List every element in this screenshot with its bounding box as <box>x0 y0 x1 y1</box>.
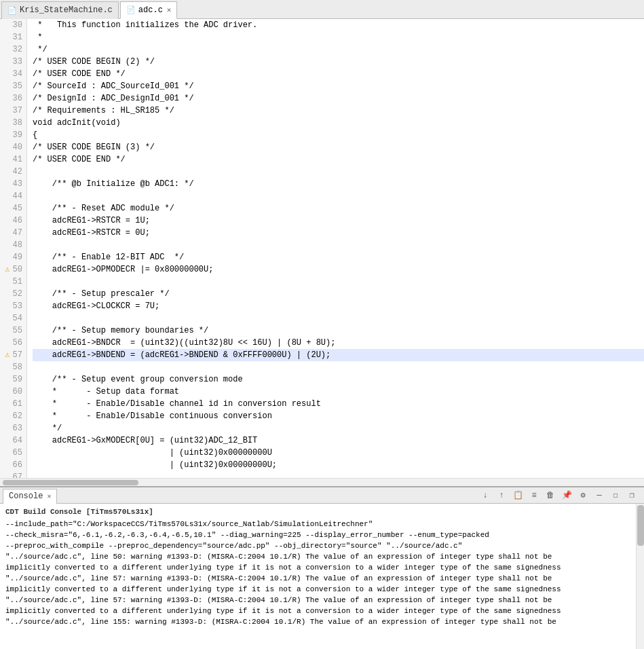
code-line-58 <box>33 361 644 373</box>
console-clear-btn[interactable]: 🗑 <box>544 489 557 502</box>
line-number-61: 61 <box>4 398 22 410</box>
code-line-55: /** - Setup memory boundaries */ <box>33 324 644 337</box>
code-line-43: /** @b Initialize @b ADC1: */ <box>33 178 644 190</box>
console-line-1: --check_misra="6,-6.1,-6.2,-6.3,-6.4,-6.… <box>5 530 639 540</box>
code-line-39: { <box>33 129 644 141</box>
code-line-59: /** - Setup event group conversion mode <box>33 373 644 386</box>
code-line-40: /* USER CODE BEGIN (3) */ <box>33 141 644 153</box>
tab-kris-label: Kris_StateMachine.c <box>20 5 113 15</box>
console-maximize-btn[interactable]: ☐ <box>609 489 622 502</box>
tab-adc-close[interactable]: ✕ <box>167 5 172 14</box>
console-line-0: --include_path="C:/WorkspaceCCS/TiTms570… <box>5 519 639 530</box>
console-tab-label: Console <box>9 492 43 501</box>
code-line-41: /* USER CODE END */ <box>33 153 644 166</box>
line-number-36: 36 <box>4 92 22 105</box>
line-number-52: 52 <box>4 288 22 300</box>
line-number-38: 38 <box>4 117 22 129</box>
code-line-54 <box>33 312 644 324</box>
code-line-61: * - Enable/Disable channel id in convers… <box>33 398 644 410</box>
console-line-8: implicitly converted to a different unde… <box>5 606 639 616</box>
horizontal-scrollbar[interactable] <box>0 478 644 486</box>
code-line-56: adcREG1->BNDCR = (uint32)((uint32)8U << … <box>33 337 644 349</box>
line-numbers: 3031323334353637383940414243444546474849… <box>0 19 27 478</box>
console-line-6: implicitly converted to a different unde… <box>5 584 639 595</box>
line-number-54: 54 <box>4 312 22 324</box>
code-line-50: adcREG1->OPMODECR |= 0x80000000U; <box>33 263 644 276</box>
line-number-62: 62 <box>4 410 22 422</box>
code-line-46: adcREG1->RSTCR = 1U; <box>33 215 644 227</box>
line-number-60: 60 <box>4 386 22 398</box>
console-tab[interactable]: Console ✕ <box>3 489 57 504</box>
tab-adc[interactable]: 📄 adc.c ✕ <box>120 1 178 19</box>
line-number-64: 64 <box>4 434 22 447</box>
console-area-wrapper: CDT Build Console [TiTms570Ls31x] --incl… <box>0 504 644 649</box>
line-number-30: 30 <box>4 19 22 31</box>
console-line-9: "../source/adc.c", line 155: warning #13… <box>5 616 639 627</box>
console-scrollbar[interactable] <box>636 504 644 649</box>
console-close-btn[interactable]: ✕ <box>47 492 51 500</box>
code-line-37: /* Requirements : HL_SR185 */ <box>33 105 644 117</box>
code-line-65: | (uint32)0x00000000U <box>33 447 644 459</box>
console-toolbar: ↓ ↑ 📋 ≡ 🗑 📌 ⚙ ─ ☐ ❐ <box>478 489 641 502</box>
code-line-57: adcREG1->BNDEND = (adcREG1->BNDEND & 0xF… <box>33 349 644 361</box>
code-line-42 <box>33 166 644 178</box>
console-line-7: "../source/adc.c", line 57: warning #139… <box>5 595 639 606</box>
c-file-icon: 📄 <box>7 6 17 15</box>
line-number-51: 51 <box>4 276 22 288</box>
line-number-59: 59 <box>4 373 22 386</box>
code-line-47: adcREG1->RSTCR = 0U; <box>33 227 644 239</box>
line-number-33: 33 <box>4 56 22 68</box>
line-number-65: 65 <box>4 447 22 459</box>
console-settings-btn[interactable]: ⚙ <box>576 489 590 502</box>
code-line-64: adcREG1->GxMODECR[0U] = (uint32)ADC_12_B… <box>33 434 644 447</box>
code-line-34: /* USER CODE END */ <box>33 68 644 80</box>
code-line-62: * - Enable/Disable continuous conversion <box>33 410 644 422</box>
code-line-66: | (uint32)0x00000000U; <box>33 459 644 471</box>
code-line-60: * - Setup data format <box>33 386 644 398</box>
console-line-3: "../source/adc.c", line 50: warning #139… <box>5 551 639 562</box>
editor-tab-bar: 📄 Kris_StateMachine.c 📄 adc.c ✕ <box>0 0 644 19</box>
code-lines[interactable]: * This function initializes the ADC driv… <box>27 19 644 478</box>
line-number-58: 58 <box>4 361 22 373</box>
console-scroll-down-btn[interactable]: ↓ <box>478 489 492 502</box>
line-number-50: ⚠50 <box>4 263 22 276</box>
code-line-33: /* USER CODE BEGIN (2) */ <box>33 56 644 68</box>
console-minimize-btn[interactable]: ─ <box>592 489 606 502</box>
code-line-52: /** - Setup prescaler */ <box>33 288 644 300</box>
line-number-32: 32 <box>4 43 22 56</box>
line-number-45: 45 <box>4 202 22 215</box>
code-line-31: * <box>33 31 644 43</box>
editor-area: 3031323334353637383940414243444546474849… <box>0 19 644 486</box>
code-line-49: /** - Enable 12-BIT ADC */ <box>33 251 644 263</box>
console-line-5: "../source/adc.c", line 57: warning #139… <box>5 573 639 584</box>
line-number-49: 49 <box>4 251 22 263</box>
console-wrap-btn[interactable]: ≡ <box>527 489 541 502</box>
console-tab-bar: Console ✕ ↓ ↑ 📋 ≡ 🗑 📌 ⚙ ─ ☐ ❐ <box>0 487 644 504</box>
line-number-63: 63 <box>4 422 22 434</box>
code-line-45: /** - Reset ADC module */ <box>33 202 644 215</box>
h-scroll-thumb[interactable] <box>3 480 138 485</box>
console-content[interactable]: CDT Build Console [TiTms570Ls31x] --incl… <box>0 504 644 649</box>
console-pin-btn[interactable]: 📌 <box>560 489 573 502</box>
warning-icon: ⚠ <box>5 263 10 276</box>
line-number-46: 46 <box>4 215 22 227</box>
line-number-31: 31 <box>4 31 22 43</box>
line-number-44: 44 <box>4 190 22 202</box>
console-section: Console ✕ ↓ ↑ 📋 ≡ 🗑 📌 ⚙ ─ ☐ ❐ CDT Build … <box>0 486 644 649</box>
console-build-label: CDT Build Console [TiTms570Ls31x] <box>5 506 639 517</box>
code-line-30: * This function initializes the ADC driv… <box>33 19 644 31</box>
console-scrollbar-thumb[interactable] <box>637 505 644 546</box>
code-line-67 <box>33 471 644 478</box>
code-line-53: adcREG1->CLOCKCR = 7U; <box>33 300 644 312</box>
line-number-53: 53 <box>4 300 22 312</box>
console-restore-btn[interactable]: ❐ <box>625 489 639 502</box>
warning-icon: ⚠ <box>5 349 10 361</box>
console-copy-btn[interactable]: 📋 <box>511 489 525 502</box>
line-number-35: 35 <box>4 80 22 92</box>
line-number-42: 42 <box>4 166 22 178</box>
line-number-37: 37 <box>4 105 22 117</box>
line-number-47: 47 <box>4 227 22 239</box>
tab-kris-statemachine[interactable]: 📄 Kris_StateMachine.c <box>1 1 119 19</box>
console-scroll-up-btn[interactable]: ↑ <box>495 489 508 502</box>
line-number-67: 67 <box>4 471 22 478</box>
